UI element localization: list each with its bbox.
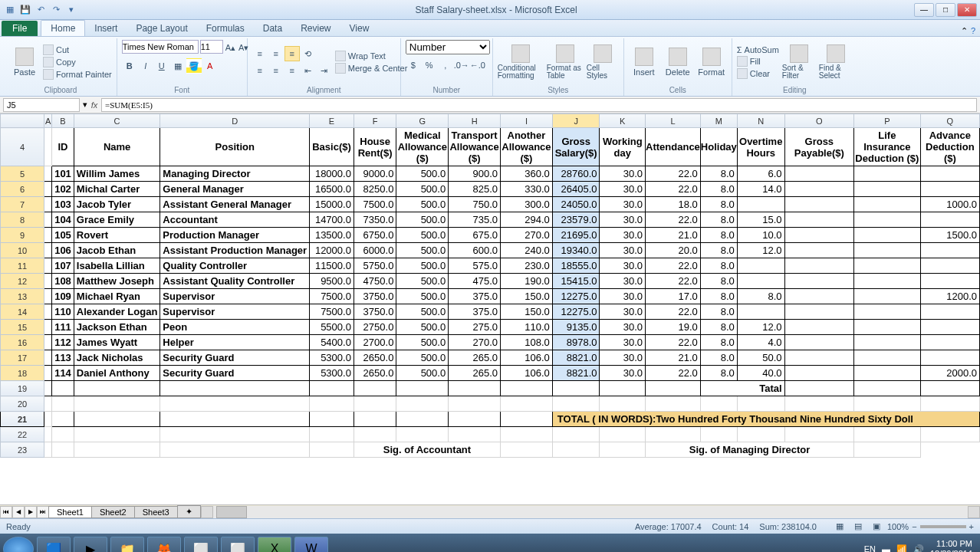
- row-header-13[interactable]: 13: [1, 289, 44, 304]
- sheet-tab-3[interactable]: Sheet3: [134, 506, 178, 518]
- align-top-icon[interactable]: ≡: [252, 46, 268, 61]
- app2-icon[interactable]: ⬜: [221, 537, 255, 552]
- autosum-button[interactable]: ΣAutoSum: [737, 45, 779, 54]
- tab-data[interactable]: Data: [254, 21, 291, 36]
- col-header-G[interactable]: G: [396, 114, 449, 128]
- format-as-table-button[interactable]: Format as Table: [547, 40, 584, 84]
- col-header-M[interactable]: M: [700, 114, 737, 128]
- grow-font-icon[interactable]: A▴: [225, 40, 236, 55]
- app-icon[interactable]: ⬜: [184, 537, 218, 552]
- col-header-B[interactable]: B: [52, 114, 74, 128]
- firefox-icon[interactable]: 🦊: [147, 537, 181, 552]
- conditional-formatting-button[interactable]: Conditional Formatting: [498, 40, 544, 84]
- fx-icon[interactable]: fx: [87, 100, 101, 110]
- file-tab[interactable]: File: [2, 21, 38, 36]
- zoom-slider[interactable]: [920, 525, 966, 528]
- row-header-18[interactable]: 18: [1, 366, 44, 381]
- row-header-8[interactable]: 8: [1, 212, 44, 228]
- align-right-icon[interactable]: ≡: [284, 63, 300, 78]
- start-button[interactable]: [3, 537, 34, 552]
- col-header-H[interactable]: H: [449, 114, 501, 128]
- col-header-D[interactable]: D: [160, 114, 310, 128]
- row-header-16[interactable]: 16: [1, 335, 44, 350]
- skype-icon[interactable]: 🟦: [37, 537, 71, 552]
- row-header-4[interactable]: 4: [1, 128, 44, 166]
- tray-flag-icon[interactable]: ▬: [882, 544, 890, 552]
- font-color-button[interactable]: A: [202, 58, 218, 74]
- scroll-left-icon[interactable]: [201, 506, 213, 518]
- row-header-20[interactable]: 20: [1, 396, 44, 412]
- tray-network-icon[interactable]: 📶: [896, 544, 907, 553]
- last-sheet-icon[interactable]: ⏭: [37, 506, 49, 518]
- percent-icon[interactable]: %: [422, 58, 437, 73]
- align-left-icon[interactable]: ≡: [252, 63, 268, 78]
- format-cells-button[interactable]: Format: [696, 40, 727, 84]
- row-header-6[interactable]: 6: [1, 182, 44, 197]
- row-header-7[interactable]: 7: [1, 197, 44, 212]
- minimize-ribbon-icon[interactable]: ⌃: [961, 26, 968, 36]
- italic-button[interactable]: I: [138, 58, 153, 74]
- tab-review[interactable]: Review: [291, 21, 340, 36]
- explorer-icon[interactable]: 📁: [110, 537, 144, 552]
- undo-icon[interactable]: ↶: [34, 3, 48, 17]
- row-header-23[interactable]: 23: [1, 442, 44, 458]
- zoom-out-icon[interactable]: −: [912, 522, 916, 531]
- col-header-N[interactable]: N: [737, 114, 784, 128]
- first-sheet-icon[interactable]: ⏮: [0, 506, 12, 518]
- bold-button[interactable]: B: [122, 58, 137, 74]
- next-sheet-icon[interactable]: ▶: [25, 506, 37, 518]
- horizontal-scrollbar[interactable]: [201, 506, 980, 518]
- scroll-right-icon[interactable]: [968, 506, 980, 518]
- media-player-icon[interactable]: ▶: [74, 537, 107, 552]
- new-sheet-icon[interactable]: ✦: [177, 505, 201, 518]
- paste-button[interactable]: Paste: [9, 40, 40, 84]
- wrap-text-button[interactable]: Wrap Text: [335, 51, 408, 61]
- cell-styles-button[interactable]: Cell Styles: [587, 40, 619, 84]
- fill-color-button[interactable]: 🪣: [186, 58, 202, 74]
- tray-sound-icon[interactable]: 🔊: [913, 544, 924, 553]
- zoom-in-icon[interactable]: +: [969, 522, 974, 531]
- format-painter-button[interactable]: Format Painter: [43, 69, 112, 80]
- clear-button[interactable]: Clear: [737, 68, 779, 79]
- row-header-12[interactable]: 12: [1, 274, 44, 289]
- close-button[interactable]: ✕: [957, 3, 977, 17]
- row-header-9[interactable]: 9: [1, 228, 44, 243]
- decimal-inc-icon[interactable]: .0→: [454, 58, 469, 73]
- cut-button[interactable]: Cut: [43, 44, 112, 55]
- tray-lang[interactable]: EN: [864, 544, 876, 552]
- tab-page-layout[interactable]: Page Layout: [127, 21, 196, 36]
- align-middle-icon[interactable]: ≡: [268, 46, 284, 61]
- tray-clock[interactable]: 11:00 PM 12/26/2014: [930, 539, 977, 552]
- excel-taskbar-icon[interactable]: X: [258, 537, 291, 552]
- sort-filter-button[interactable]: Sort & Filter: [782, 40, 816, 84]
- row-header-17[interactable]: 17: [1, 350, 44, 366]
- row-header-5[interactable]: 5: [1, 166, 44, 182]
- tab-formulas[interactable]: Formulas: [197, 21, 254, 36]
- worksheet-grid[interactable]: ABCDEFGHIJKLMNOPQ4IDNamePositionBasic($)…: [0, 113, 980, 504]
- font-size-select[interactable]: [200, 40, 223, 54]
- view-break-icon[interactable]: ▣: [869, 519, 884, 534]
- col-header-Q[interactable]: Q: [920, 114, 979, 128]
- find-select-button[interactable]: Find & Select: [819, 40, 853, 84]
- tab-insert[interactable]: Insert: [85, 21, 127, 36]
- scroll-thumb[interactable]: [216, 506, 247, 518]
- minimize-button[interactable]: ―: [914, 3, 934, 17]
- orientation-icon[interactable]: ⟲: [301, 46, 316, 61]
- font-name-select[interactable]: [122, 40, 199, 54]
- name-box[interactable]: J5: [3, 98, 80, 112]
- delete-cells-button[interactable]: Delete: [663, 40, 693, 84]
- col-header-E[interactable]: E: [310, 114, 354, 128]
- decimal-dec-icon[interactable]: ←.0: [470, 58, 485, 73]
- indent-dec-icon[interactable]: ⇤: [301, 63, 316, 78]
- col-header-I[interactable]: I: [501, 114, 553, 128]
- sheet-tab-2[interactable]: Sheet2: [91, 506, 135, 518]
- row-header-19[interactable]: 19: [1, 381, 44, 396]
- merge-center-button[interactable]: Merge & Center: [335, 63, 408, 74]
- copy-button[interactable]: Copy: [43, 57, 112, 67]
- save-icon[interactable]: 💾: [18, 3, 32, 17]
- row-header-22[interactable]: 22: [1, 427, 44, 442]
- row-header-10[interactable]: 10: [1, 243, 44, 258]
- col-header-P[interactable]: P: [854, 114, 921, 128]
- redo-icon[interactable]: ↷: [49, 3, 63, 17]
- col-header-C[interactable]: C: [74, 114, 159, 128]
